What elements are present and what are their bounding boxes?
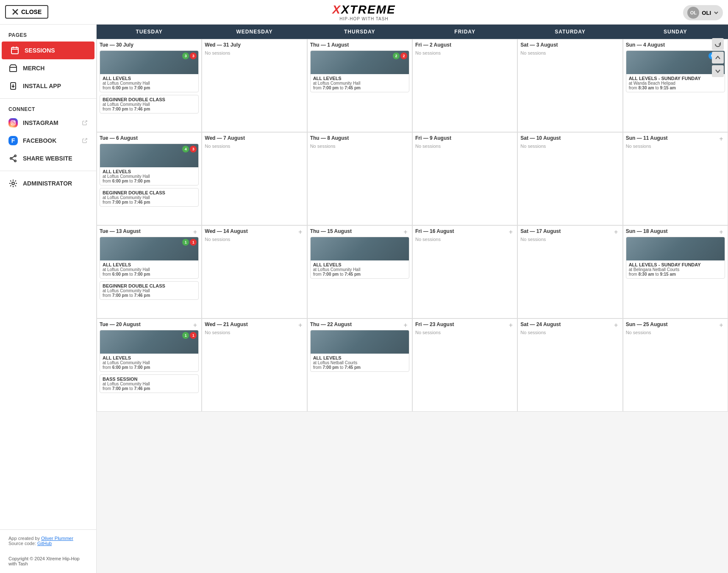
day-cell: Sun — 25 August+No sessions [623,318,728,412]
session-title: All Levels - Sunday Funday [629,76,722,81]
add-session-button[interactable]: + [507,228,514,236]
footer-link-oliver[interactable]: Oliver Plummer [41,536,73,541]
day-date: Wed — 21 August [205,321,304,327]
session-badge: 2 [400,53,407,59]
day-date: Wed — 31 July [205,42,304,48]
share-label: SHARE WEBSITE [23,155,72,162]
day-date: Fri — 23 August [415,321,514,327]
day-cell: Tue — 6 August43ALL LEVELSat Loftus Comm… [97,132,202,225]
user-name: OLI [702,10,711,16]
sidebar-item-instagram[interactable]: INSTAGRAM [0,114,96,132]
day-cell: Wed — 31 JulyNo sessions [202,39,307,132]
session-card[interactable]: Beginner Double Classat Loftus Community… [100,281,199,300]
day-date: Tue — 13 August [100,228,199,234]
day-date: Tue — 30 July [100,42,199,48]
no-sessions-label: No sessions [205,237,304,242]
add-session-button[interactable]: + [191,228,199,236]
admin-label: ADMINISTRATOR [23,180,72,187]
session-card-image [626,237,725,260]
day-date: Sat — 17 August [520,228,620,234]
sidebar-item-share[interactable]: SHARE WEBSITE [0,149,96,167]
session-card[interactable]: ALL LEVELSat Loftus Netball Courtsfrom 7… [310,330,409,372]
sidebar-item-admin[interactable]: ADMINISTRATOR [0,174,96,192]
day-date: Sun — 4 August [626,42,725,48]
pages-label: PAGES [0,25,96,42]
session-title: ALL LEVELS [103,262,196,267]
session-badge: 1 [182,239,189,246]
svg-point-15 [10,158,12,159]
svg-point-14 [14,155,16,157]
session-card[interactable]: 11ALL LEVELSat Loftus Community Hallfrom… [100,237,199,279]
add-session-button[interactable]: + [297,228,304,236]
session-card[interactable]: 33ALL LEVELSat Loftus Community Hallfrom… [100,50,199,92]
session-card-image: 22 [311,51,409,74]
session-card-image: 11 [100,330,198,354]
footer-text2: Source code: [8,541,37,546]
add-session-button[interactable]: + [612,321,620,329]
session-card-image [311,237,409,260]
day-header: WEDNESDAY [202,25,307,39]
session-time: from 7:00 pm to 7:46 pm [103,293,196,298]
no-sessions-label: No sessions [205,50,304,55]
session-card[interactable]: Beginner Double Classat Loftus Community… [100,95,199,113]
day-date: Sat — 3 August [520,42,620,48]
sidebar-item-sessions[interactable]: SESSIONS [2,42,94,59]
session-card[interactable]: Bass Sessionat Loftus Community Hallfrom… [100,374,199,393]
add-session-button[interactable]: + [402,228,409,236]
day-cell: Tue — 20 August+11ALL LEVELSat Loftus Co… [97,318,202,412]
day-header: FRIDAY [412,25,517,39]
session-time: from 7:00 pm to 7:45 pm [313,86,406,90]
no-sessions-label: No sessions [415,50,514,55]
session-card[interactable]: 11ALL LEVELSat Loftus Community Hallfrom… [100,330,199,372]
day-date: Wed — 7 August [205,135,304,141]
svg-rect-2 [11,47,18,54]
instagram-icon [8,118,18,127]
add-session-button[interactable]: + [297,321,304,329]
add-session-button[interactable]: + [717,321,725,329]
scroll-up-button[interactable] [712,52,724,64]
calendar-grid: TUESDAYWEDNESDAYTHURSDAYFRIDAYSATURDAYSU… [97,25,728,412]
session-time: from 7:00 pm to 7:46 pm [103,107,196,111]
day-cell: Wed — 14 August+No sessions [202,225,307,318]
sidebar-item-install-app[interactable]: INSTALL APP [0,77,96,95]
close-label: CLOSE [21,8,42,15]
day-cell: Tue — 30 July33ALL LEVELSat Loftus Commu… [97,39,202,132]
day-date: Wed — 14 August [205,228,304,234]
close-button[interactable]: CLOSE [5,5,48,19]
sidebar-item-merch[interactable]: MERCH [0,59,96,77]
footer-link-github[interactable]: GitHub [37,541,52,546]
session-title: ALL LEVELS [103,169,196,174]
add-session-button[interactable]: + [717,135,725,143]
session-badge: 3 [190,53,197,59]
user-badge[interactable]: OL OLI [683,5,723,20]
session-time: from 6:00 pm to 7:00 pm [103,86,196,90]
session-card[interactable]: ALL LEVELSat Loftus Community Hallfrom 7… [310,237,409,279]
scroll-down-button[interactable] [712,65,724,77]
add-session-button[interactable]: + [717,228,725,236]
day-date: Tue — 20 August [100,321,199,327]
session-card[interactable]: 43ALL LEVELSat Loftus Community Hallfrom… [100,144,199,185]
session-card-image: 11 [100,237,198,260]
session-card[interactable]: 22ALL LEVELSat Loftus Community Hallfrom… [310,50,409,92]
refresh-button[interactable] [712,38,724,50]
sidebar-item-facebook[interactable]: f FACEBOOK [0,132,96,149]
session-card[interactable]: All Levels - Sunday Fundayat Belingara N… [626,237,725,279]
no-sessions-label: No sessions [205,330,304,335]
session-time: from 6:00 pm to 7:00 pm [103,365,196,370]
add-session-button[interactable]: + [191,321,199,329]
header: XXTREME HIP-HOP with TASH [0,0,728,25]
divider2 [0,171,96,171]
svg-point-11 [14,121,15,122]
session-card[interactable]: Beginner Double Classat Loftus Community… [100,188,199,207]
add-session-button[interactable]: + [612,228,620,236]
add-session-button[interactable]: + [402,321,409,329]
day-cell: Thu — 22 August+ALL LEVELSat Loftus Netb… [307,318,412,412]
session-card[interactable]: 55All Levels - Sunday Fundayat Wanda Bea… [626,50,725,92]
no-sessions-label: No sessions [520,144,620,149]
logo-x: X [332,3,341,16]
external-link-icon2 [82,138,88,144]
session-time: from 6:00 pm to 7:00 pm [103,179,196,183]
session-time: from 8:30 am to 9:15 am [629,86,722,90]
add-session-button[interactable]: + [507,321,514,329]
session-card-image: 43 [100,144,198,167]
